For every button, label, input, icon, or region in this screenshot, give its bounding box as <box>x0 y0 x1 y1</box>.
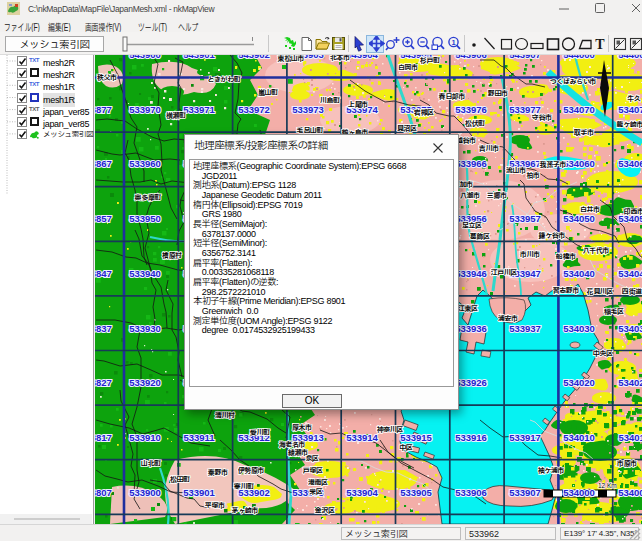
svg-text:533905: 533905 <box>400 487 432 498</box>
svg-text:上尾市: 上尾市 <box>348 100 368 110</box>
svg-text:花見川区: 花見川区 <box>587 287 614 297</box>
svg-text:533914: 533914 <box>346 432 378 443</box>
svg-text:12 Km: 12 Km <box>598 482 617 489</box>
svg-text:中央区: 中央区 <box>593 349 613 359</box>
svg-text:533906: 533906 <box>455 487 487 498</box>
svg-text:533971: 533971 <box>183 104 215 115</box>
svg-text:八千代市: 八千代市 <box>583 246 610 256</box>
svg-text:つくばみらい市: つくばみらい市 <box>550 77 597 87</box>
svg-text:江東区: 江東区 <box>458 304 478 314</box>
svg-text:533937: 533937 <box>509 323 541 334</box>
svg-text:東松山市: 東松山市 <box>277 55 305 64</box>
svg-text:船橋市: 船橋市 <box>555 252 576 262</box>
svg-text:秦野市: 秦野市 <box>207 468 228 478</box>
svg-text:533877: 533877 <box>95 104 112 115</box>
svg-text:稲毛区: 稲毛区 <box>604 307 624 317</box>
svg-text:534060: 534060 <box>563 158 595 169</box>
svg-text:534021: 534021 <box>618 377 642 388</box>
svg-text:533847: 533847 <box>95 268 112 279</box>
svg-text:533917: 533917 <box>509 432 541 443</box>
svg-text:流山市: 流山市 <box>506 166 526 176</box>
svg-text:市川市: 市川市 <box>520 250 540 260</box>
svg-text:533867: 533867 <box>95 158 112 169</box>
svg-text:清川村: 清川村 <box>215 411 235 421</box>
svg-text:544001: 544001 <box>618 55 642 60</box>
svg-text:533920: 533920 <box>129 377 161 388</box>
svg-text:栄区: 栄区 <box>308 487 323 497</box>
svg-text:534010: 534010 <box>563 432 595 443</box>
svg-text:533976: 533976 <box>455 104 487 115</box>
svg-text:534041: 534041 <box>618 268 642 279</box>
svg-text:愛川町: 愛川町 <box>250 428 270 438</box>
svg-text:白井市: 白井市 <box>580 205 600 215</box>
svg-text:葛飾区: 葛飾区 <box>470 232 490 242</box>
svg-text:533911: 533911 <box>183 432 215 443</box>
svg-text:533901: 533901 <box>183 487 215 498</box>
svg-text:T: T <box>595 37 605 52</box>
svg-text:野田市: 野田市 <box>488 89 508 99</box>
svg-text:533966: 533966 <box>455 158 487 169</box>
svg-text:松田町: 松田町 <box>170 475 190 485</box>
svg-text:習志野市: 習志野市 <box>553 286 580 296</box>
svg-text:綾瀬市: 綾瀬市 <box>288 448 308 458</box>
svg-text:浦安市: 浦安市 <box>498 314 518 324</box>
svg-text:543904: 543904 <box>346 55 378 60</box>
svg-text:534011: 534011 <box>618 432 642 443</box>
svg-text:534071: 534071 <box>618 104 642 115</box>
svg-text:533817: 533817 <box>95 432 112 443</box>
svg-text:鎌ケ谷市: 鎌ケ谷市 <box>538 231 566 241</box>
svg-text:牛久: 牛久 <box>626 94 641 104</box>
svg-text:茅ヶ崎市: 茅ヶ崎市 <box>232 506 259 516</box>
svg-text:533940: 533940 <box>129 268 161 279</box>
svg-text:袖ケ浦市: 袖ケ浦市 <box>538 466 565 476</box>
svg-text:越谷市: 越谷市 <box>456 136 476 146</box>
svg-text:ときがわ町: ときがわ町 <box>208 75 241 85</box>
svg-text:533827: 533827 <box>95 377 112 388</box>
svg-text:533946: 533946 <box>455 268 487 279</box>
svg-text:八潮市: 八潮市 <box>460 191 480 201</box>
svg-text:533957: 533957 <box>509 213 541 224</box>
svg-text:534020: 534020 <box>563 377 595 388</box>
svg-text:檜原村: 檜原村 <box>162 251 182 261</box>
svg-text:543900: 543900 <box>129 55 161 60</box>
svg-text:伊勢原市: 伊勢原市 <box>238 466 265 476</box>
svg-text:神奈川区: 神奈川区 <box>377 425 404 435</box>
svg-text:533915: 533915 <box>400 432 432 443</box>
svg-text:取手市: 取手市 <box>574 128 594 138</box>
svg-text:543901: 543901 <box>183 55 215 60</box>
svg-text:春日部市: 春日部市 <box>438 92 466 102</box>
svg-text:山北町: 山北町 <box>141 459 161 469</box>
svg-text:533936: 533936 <box>455 323 487 334</box>
svg-text:中区: 中区 <box>399 443 413 453</box>
svg-text:534070: 534070 <box>563 104 595 115</box>
svg-text:533907: 533907 <box>509 487 541 498</box>
svg-text:543906: 543906 <box>455 55 487 60</box>
svg-text:杉戸町: 杉戸町 <box>419 56 440 66</box>
svg-text:江戸川区: 江戸川区 <box>491 268 518 278</box>
svg-text:寒川町: 寒川町 <box>233 482 254 492</box>
svg-text:厚木市: 厚木市 <box>292 423 312 433</box>
svg-text:松伏町: 松伏町 <box>465 119 485 129</box>
svg-text:1: 1 <box>451 38 455 47</box>
svg-text:四街道: 四街道 <box>622 287 642 297</box>
svg-text:龍ケ崎市: 龍ケ崎市 <box>617 120 642 130</box>
svg-text:三郷市: 三郷市 <box>487 191 507 201</box>
svg-text:533904: 533904 <box>346 487 378 498</box>
svg-text:奥多摩町: 奥多摩町 <box>135 193 162 203</box>
svg-text:533926: 533926 <box>455 377 487 388</box>
svg-text:戸塚区: 戸塚区 <box>303 466 323 476</box>
svg-text:534000: 534000 <box>563 487 595 498</box>
svg-text:横瀬町: 横瀬町 <box>166 111 186 121</box>
svg-text:533950: 533950 <box>129 213 161 224</box>
svg-text:533970: 533970 <box>129 104 161 115</box>
svg-text:533972: 533972 <box>238 104 270 115</box>
svg-text:岩槻区: 岩槻区 <box>413 108 434 118</box>
svg-text:544000: 544000 <box>563 55 595 60</box>
svg-text:533807: 533807 <box>95 487 112 498</box>
svg-text:見沼区: 見沼区 <box>397 124 417 134</box>
svg-text:市原市: 市原市 <box>617 459 637 469</box>
svg-text:印西市: 印西市 <box>624 207 642 217</box>
svg-text:港南区: 港南区 <box>308 478 328 488</box>
svg-text:北本市: 北本市 <box>330 55 350 63</box>
svg-text:川島町: 川島町 <box>320 96 340 106</box>
